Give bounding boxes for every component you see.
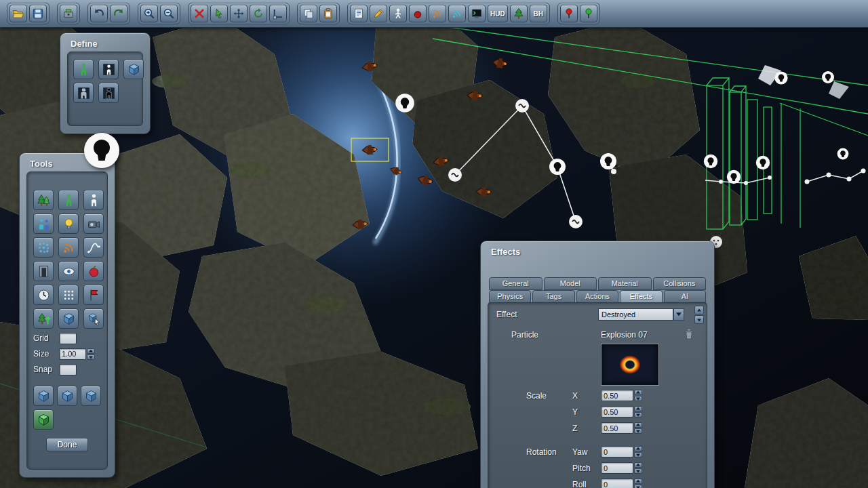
cube-tool-button[interactable] [58, 308, 79, 329]
copy-button[interactable] [300, 5, 317, 22]
trees-tool-button[interactable] [33, 190, 54, 210]
camera-tool-button[interactable] [83, 214, 104, 234]
points-tool-button[interactable] [58, 285, 79, 305]
scale-y-input[interactable] [601, 406, 633, 418]
character-button[interactable] [389, 5, 407, 22]
tab-collisions[interactable]: Collisions [653, 277, 707, 290]
script-button[interactable] [350, 5, 368, 22]
effects-panel-title[interactable]: Effects [481, 241, 714, 257]
green-cube-button[interactable] [33, 409, 54, 430]
size-up-button[interactable] [87, 348, 95, 354]
timer-tool-button[interactable] [33, 285, 54, 305]
portal-tool-button[interactable] [33, 261, 54, 281]
scale-x-down-button[interactable] [634, 396, 642, 401]
delete-particle-button[interactable] [683, 328, 695, 340]
selected-light-entity-icon[interactable] [80, 129, 123, 172]
path-tool-button[interactable] [83, 237, 104, 258]
explosive-button[interactable] [409, 5, 427, 22]
tab-material[interactable]: Material [598, 277, 652, 290]
select-button[interactable] [210, 5, 228, 22]
scroll-down-button[interactable] [694, 315, 704, 324]
scale-x-up-button[interactable] [634, 390, 642, 395]
pitch-up-button[interactable] [634, 462, 642, 468]
delete-button[interactable] [191, 5, 208, 22]
hud-button[interactable]: HUD [488, 5, 508, 22]
yaw-down-button[interactable] [634, 452, 642, 458]
dot-grid-icon [62, 288, 76, 302]
paste-button[interactable] [319, 5, 337, 22]
done-button[interactable]: Done [46, 438, 88, 451]
scale-z-up-button[interactable] [634, 422, 642, 428]
roll-down-button[interactable] [634, 485, 642, 488]
move-button[interactable] [230, 5, 248, 22]
rotation-pitch-input[interactable] [601, 462, 633, 474]
save-button[interactable] [29, 5, 47, 22]
vegetation-tool-button[interactable] [33, 308, 54, 329]
define-player-button[interactable] [98, 59, 119, 79]
rotation-roll-input[interactable] [601, 479, 633, 488]
grid-checkbox-field[interactable] [59, 333, 77, 344]
tab-model[interactable]: Model [544, 277, 597, 290]
marker-red-button[interactable] [560, 5, 578, 22]
scale-y-up-button[interactable] [634, 406, 642, 411]
light-tool-button[interactable] [58, 214, 79, 234]
open-button[interactable] [9, 5, 27, 22]
tab-effects[interactable]: Effects [620, 290, 662, 303]
define-armor-button[interactable] [73, 83, 94, 103]
effects-panel: Effects General Model Material Collision… [480, 241, 715, 488]
define-suit-button[interactable] [98, 83, 119, 103]
size-down-button[interactable] [87, 354, 95, 360]
scale-x-input[interactable] [601, 390, 633, 401]
item-tool-button[interactable] [83, 261, 104, 281]
scale-z-down-button[interactable] [634, 428, 642, 434]
eye-tool-button[interactable] [58, 261, 79, 281]
effect-dropdown[interactable]: Destroyed [598, 308, 684, 321]
cube-medium-button[interactable] [57, 386, 77, 406]
npc-tool-button[interactable] [58, 190, 79, 210]
effect-dropdown-value: Destroyed [598, 308, 673, 321]
yaw-up-button[interactable] [634, 446, 642, 451]
pitch-down-button[interactable] [634, 468, 642, 474]
edit-button[interactable] [370, 5, 387, 22]
signal-button[interactable] [429, 5, 446, 22]
flag-tool-button[interactable] [83, 285, 104, 305]
scale-y-down-button[interactable] [634, 412, 642, 418]
redo-button[interactable] [110, 5, 127, 22]
cube-large-button[interactable] [81, 386, 101, 406]
player-tool-button[interactable] [83, 190, 104, 210]
particle-preview[interactable] [601, 344, 659, 386]
zoom-in-button[interactable] [140, 5, 158, 22]
cube-small-button[interactable] [33, 386, 54, 406]
object-select-tool-button[interactable] [83, 308, 104, 329]
console-button[interactable] [468, 5, 486, 22]
scroll-up-button[interactable] [694, 306, 704, 314]
undo-button[interactable] [90, 5, 108, 22]
signal-tool-button[interactable] [58, 237, 79, 258]
snap-checkbox-field[interactable] [59, 364, 77, 375]
define-npc-button[interactable] [73, 59, 94, 79]
tab-physics[interactable]: Physics [489, 290, 531, 303]
build-button[interactable] [60, 5, 77, 22]
rotate-button[interactable] [250, 5, 267, 22]
marker-green-button[interactable] [580, 5, 597, 22]
define-object-button[interactable] [123, 59, 144, 79]
signal-icon [62, 241, 76, 255]
bomb-icon [412, 7, 424, 20]
particles-tool-button[interactable] [33, 237, 54, 258]
tab-ai[interactable]: AI [664, 290, 706, 303]
rotation-yaw-input[interactable] [601, 446, 633, 458]
tab-actions[interactable]: Actions [576, 290, 618, 303]
tab-tags[interactable]: Tags [532, 290, 574, 303]
characters-tool-button[interactable] [33, 214, 54, 234]
bh-button[interactable]: BH [530, 5, 547, 22]
scale-z-input[interactable] [601, 422, 633, 434]
roll-up-button[interactable] [634, 479, 642, 484]
vegetation-button[interactable] [510, 5, 528, 22]
effect-dropdown-arrow[interactable] [673, 308, 684, 321]
tab-general[interactable]: General [489, 277, 542, 290]
align-button[interactable] [269, 5, 287, 22]
size-input[interactable] [59, 348, 86, 360]
zoom-out-button[interactable] [160, 5, 178, 22]
sound-button[interactable] [448, 5, 466, 22]
define-panel-title[interactable]: Define [60, 33, 150, 49]
